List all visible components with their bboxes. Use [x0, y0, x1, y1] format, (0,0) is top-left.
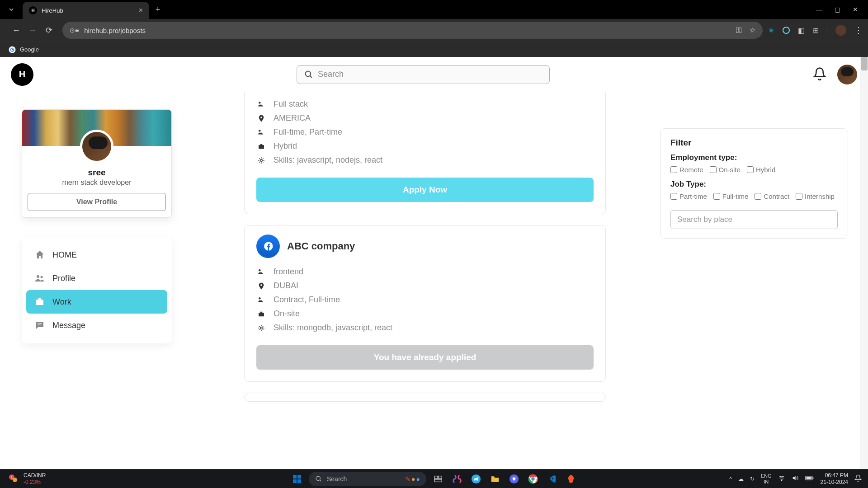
clock[interactable]: 06:47 PM 21-10-2024: [821, 472, 848, 485]
checkbox-contract[interactable]: Contract: [755, 192, 789, 200]
svg-rect-10: [259, 145, 264, 149]
onedrive-icon[interactable]: ☁: [738, 476, 744, 482]
checkbox-hybrid[interactable]: Hybrid: [747, 166, 775, 174]
search-icon: [315, 475, 322, 483]
svg-text:1: 1: [11, 475, 13, 479]
sidebar-item-work[interactable]: Work: [26, 290, 167, 314]
checkbox-fulltime[interactable]: Full-time: [713, 192, 749, 200]
battery-icon[interactable]: [805, 475, 814, 482]
checkbox-parttime[interactable]: Part-time: [670, 192, 707, 200]
search-icon: [304, 70, 313, 79]
right-sidebar: Filter Employment type: Remote On-site H…: [660, 92, 868, 469]
close-icon[interactable]: ✕: [852, 6, 859, 13]
browser-titlebar: H HireHub × + — ▢ ✕: [0, 0, 868, 19]
browser-toolbar: ← → ⟳ ⊙≡ hirehub.pro/jobposts ⚿ ☆ ⚛ ◧ ⊞ …: [0, 19, 868, 42]
skills-icon: [256, 156, 266, 164]
password-key-icon[interactable]: ⚿: [736, 26, 742, 34]
profile-card: sree mern stack developer View Profile: [22, 109, 172, 218]
checkbox-input[interactable]: [710, 166, 717, 173]
svg-point-12: [259, 269, 261, 272]
job-feed: Full stack AMERICA Full-time, Part-time …: [240, 92, 610, 469]
checkbox-remote[interactable]: Remote: [670, 166, 703, 174]
back-button[interactable]: ←: [8, 26, 24, 35]
browser-profile-avatar[interactable]: [835, 25, 846, 36]
copilot-icon[interactable]: [450, 472, 464, 486]
extensions-puzzle-icon[interactable]: ⊞: [813, 26, 819, 35]
svg-point-3: [37, 275, 39, 278]
browser-menu-icon[interactable]: ⋮: [854, 25, 863, 35]
checkbox-internship[interactable]: Internship: [796, 192, 835, 200]
sidebar-item-home[interactable]: HOME: [26, 243, 167, 267]
view-profile-button[interactable]: View Profile: [28, 193, 166, 211]
apply-now-button[interactable]: Apply Now: [256, 178, 594, 202]
checkbox-input[interactable]: [670, 166, 677, 173]
maximize-icon[interactable]: ▢: [834, 6, 841, 13]
svg-point-24: [316, 476, 320, 480]
explorer-icon[interactable]: [488, 472, 502, 486]
search-input-wrapper[interactable]: [297, 65, 550, 84]
message-icon: [34, 320, 45, 331]
sidebar-item-message[interactable]: Message: [26, 314, 167, 337]
page-scrollbar[interactable]: [860, 57, 868, 469]
taskbar-search[interactable]: Search ✎●●: [309, 472, 426, 486]
checkbox-input[interactable]: [670, 193, 677, 200]
reload-button[interactable]: ⟳: [41, 25, 57, 35]
job-skills: Skills: javascript, nodejs, react: [274, 155, 382, 165]
place-search-input[interactable]: [670, 210, 838, 229]
job-type-label: Job Type:: [670, 180, 838, 189]
telegram-icon[interactable]: [469, 472, 483, 486]
windows-update-icon[interactable]: ↻: [750, 476, 755, 482]
profile-role: mern stack developer: [22, 178, 171, 187]
job-employment: Full-time, Part-time: [274, 127, 342, 137]
forward-button[interactable]: →: [24, 26, 41, 35]
browser-tab[interactable]: H HireHub ×: [23, 2, 149, 19]
user-avatar[interactable]: [837, 65, 857, 84]
tray-chevron-icon[interactable]: ^: [729, 476, 732, 482]
chrome-icon[interactable]: [526, 472, 540, 486]
site-info-icon[interactable]: ⊙≡: [70, 27, 79, 34]
app-logo[interactable]: H: [11, 63, 33, 86]
taskbar-widget[interactable]: 1 CAD/INR -0.23%: [0, 472, 46, 485]
volume-icon[interactable]: [792, 474, 799, 483]
bookmark-label: Google: [20, 46, 39, 53]
svg-point-14: [259, 297, 261, 300]
tab-close-icon[interactable]: ×: [139, 6, 143, 14]
brave-icon[interactable]: [564, 472, 578, 486]
discord-icon[interactable]: [507, 472, 521, 486]
bookmark-star-icon[interactable]: ☆: [750, 26, 755, 34]
svg-point-13: [260, 284, 262, 286]
start-button[interactable]: [290, 472, 304, 486]
job-role: Full stack: [274, 99, 308, 109]
briefcase-icon: [256, 142, 266, 150]
sidepanel-icon[interactable]: ◧: [798, 26, 805, 35]
address-bar[interactable]: ⊙≡ hirehub.pro/jobposts ⚿ ☆: [62, 22, 763, 39]
bookmark-google[interactable]: Google: [8, 46, 39, 54]
company-logo-icon: [256, 235, 280, 258]
search-input[interactable]: [318, 70, 542, 79]
checkbox-input[interactable]: [713, 193, 720, 200]
checkbox-input[interactable]: [747, 166, 754, 173]
task-view-icon[interactable]: [431, 472, 445, 486]
job-card: Full stack AMERICA Full-time, Part-time …: [244, 92, 606, 214]
language-indicator[interactable]: ENG IN: [761, 473, 772, 484]
profile-avatar[interactable]: [80, 130, 113, 163]
extension-circle-icon[interactable]: [783, 27, 790, 34]
profile-name: sree: [22, 168, 171, 178]
new-tab-button[interactable]: +: [149, 5, 167, 14]
minimize-icon[interactable]: —: [816, 6, 823, 13]
sidebar-item-profile[interactable]: Profile: [26, 267, 167, 290]
notifications-button[interactable]: [813, 67, 826, 82]
tab-list-dropdown[interactable]: [3, 2, 20, 17]
checkbox-input[interactable]: [796, 193, 802, 200]
people-icon: [34, 273, 45, 284]
page-viewport: H sree mern stack developer View Profile: [0, 57, 868, 469]
wifi-icon[interactable]: [778, 474, 785, 483]
filter-title: Filter: [670, 138, 838, 148]
checkbox-onsite[interactable]: On-site: [710, 166, 741, 174]
react-devtools-icon[interactable]: ⚛: [768, 26, 774, 35]
bell-icon: [813, 67, 826, 80]
vscode-icon[interactable]: [545, 472, 559, 486]
notifications-tray-icon[interactable]: [854, 474, 862, 483]
employment-type-label: Employment type:: [670, 153, 838, 162]
checkbox-input[interactable]: [755, 193, 761, 200]
